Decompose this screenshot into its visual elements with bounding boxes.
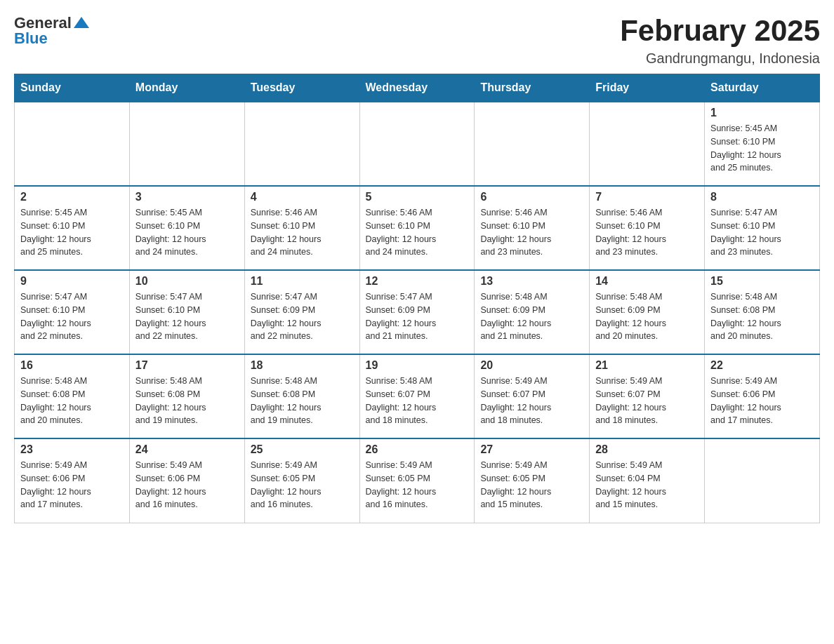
day-number: 21 (595, 359, 699, 372)
calendar-cell: 17Sunrise: 5:48 AMSunset: 6:08 PMDayligh… (129, 354, 244, 438)
day-number: 17 (135, 359, 239, 372)
day-number: 25 (251, 443, 354, 456)
day-info: Sunrise: 5:48 AMSunset: 6:08 PMDaylight:… (251, 375, 354, 427)
calendar-cell (590, 102, 705, 186)
day-header-saturday: Saturday (705, 74, 820, 102)
day-info: Sunrise: 5:48 AMSunset: 6:09 PMDaylight:… (595, 290, 699, 343)
calendar-cell: 27Sunrise: 5:49 AMSunset: 6:05 PMDayligh… (475, 438, 590, 523)
logo: General Blue (14, 14, 89, 48)
day-number: 23 (20, 443, 124, 456)
day-number: 16 (20, 359, 124, 372)
calendar-cell: 28Sunrise: 5:49 AMSunset: 6:04 PMDayligh… (590, 438, 705, 523)
day-header-wednesday: Wednesday (359, 74, 475, 102)
day-number: 5 (366, 191, 469, 203)
calendar-cell: 26Sunrise: 5:49 AMSunset: 6:05 PMDayligh… (359, 438, 475, 523)
calendar-cell: 12Sunrise: 5:47 AMSunset: 6:09 PMDayligh… (359, 270, 475, 354)
day-info: Sunrise: 5:49 AMSunset: 6:07 PMDaylight:… (480, 375, 583, 427)
day-info: Sunrise: 5:49 AMSunset: 6:05 PMDaylight:… (251, 459, 354, 511)
day-info: Sunrise: 5:49 AMSunset: 6:04 PMDaylight:… (595, 459, 699, 511)
day-number: 22 (710, 359, 814, 372)
day-info: Sunrise: 5:47 AMSunset: 6:09 PMDaylight:… (251, 290, 354, 343)
day-number: 6 (480, 191, 583, 203)
week-row-2: 2Sunrise: 5:45 AMSunset: 6:10 PMDaylight… (15, 186, 820, 270)
calendar-cell (359, 102, 475, 186)
calendar-cell (244, 102, 359, 186)
day-number: 8 (710, 191, 814, 203)
calendar-cell (15, 102, 130, 186)
location-subtitle: Gandrungmangu, Indonesia (620, 51, 820, 67)
day-info: Sunrise: 5:49 AMSunset: 6:06 PMDaylight:… (710, 375, 814, 427)
week-row-1: 1Sunrise: 5:45 AMSunset: 6:10 PMDaylight… (15, 102, 820, 186)
calendar-cell: 20Sunrise: 5:49 AMSunset: 6:07 PMDayligh… (475, 354, 590, 438)
day-header-friday: Friday (590, 74, 705, 102)
day-number: 27 (480, 443, 583, 456)
calendar-cell: 9Sunrise: 5:47 AMSunset: 6:10 PMDaylight… (15, 270, 130, 354)
calendar-cell: 4Sunrise: 5:46 AMSunset: 6:10 PMDaylight… (244, 186, 359, 270)
day-info: Sunrise: 5:48 AMSunset: 6:09 PMDaylight:… (480, 290, 583, 343)
logo-blue-text: Blue (14, 29, 89, 48)
day-info: Sunrise: 5:46 AMSunset: 6:10 PMDaylight:… (480, 206, 583, 259)
calendar-cell: 13Sunrise: 5:48 AMSunset: 6:09 PMDayligh… (475, 270, 590, 354)
calendar-cell (129, 102, 244, 186)
day-number: 9 (20, 275, 124, 288)
month-title: February 2025 (620, 14, 820, 48)
week-row-4: 16Sunrise: 5:48 AMSunset: 6:08 PMDayligh… (15, 354, 820, 438)
calendar-cell (705, 438, 820, 523)
calendar-cell: 14Sunrise: 5:48 AMSunset: 6:09 PMDayligh… (590, 270, 705, 354)
calendar-cell: 11Sunrise: 5:47 AMSunset: 6:09 PMDayligh… (244, 270, 359, 354)
day-info: Sunrise: 5:49 AMSunset: 6:05 PMDaylight:… (480, 459, 583, 511)
day-info: Sunrise: 5:48 AMSunset: 6:08 PMDaylight:… (710, 290, 814, 343)
day-number: 2 (20, 191, 124, 203)
calendar-cell: 25Sunrise: 5:49 AMSunset: 6:05 PMDayligh… (244, 438, 359, 523)
calendar-cell: 15Sunrise: 5:48 AMSunset: 6:08 PMDayligh… (705, 270, 820, 354)
calendar-cell: 1Sunrise: 5:45 AMSunset: 6:10 PMDaylight… (705, 102, 820, 186)
day-header-monday: Monday (129, 74, 244, 102)
day-number: 13 (480, 275, 583, 288)
day-number: 18 (251, 359, 354, 372)
day-info: Sunrise: 5:47 AMSunset: 6:10 PMDaylight:… (710, 206, 814, 259)
day-number: 26 (366, 443, 469, 456)
calendar-cell: 2Sunrise: 5:45 AMSunset: 6:10 PMDaylight… (15, 186, 130, 270)
calendar-cell: 24Sunrise: 5:49 AMSunset: 6:06 PMDayligh… (129, 438, 244, 523)
day-info: Sunrise: 5:49 AMSunset: 6:06 PMDaylight:… (20, 459, 124, 511)
day-info: Sunrise: 5:45 AMSunset: 6:10 PMDaylight:… (20, 206, 124, 259)
day-info: Sunrise: 5:46 AMSunset: 6:10 PMDaylight:… (595, 206, 699, 259)
day-info: Sunrise: 5:47 AMSunset: 6:09 PMDaylight:… (366, 290, 469, 343)
calendar-cell: 18Sunrise: 5:48 AMSunset: 6:08 PMDayligh… (244, 354, 359, 438)
day-info: Sunrise: 5:47 AMSunset: 6:10 PMDaylight:… (20, 290, 124, 343)
day-number: 3 (135, 191, 239, 203)
day-info: Sunrise: 5:48 AMSunset: 6:07 PMDaylight:… (366, 375, 469, 427)
day-info: Sunrise: 5:49 AMSunset: 6:05 PMDaylight:… (366, 459, 469, 511)
calendar-cell: 19Sunrise: 5:48 AMSunset: 6:07 PMDayligh… (359, 354, 475, 438)
day-number: 7 (595, 191, 699, 203)
title-section: February 2025 Gandrungmangu, Indonesia (620, 14, 820, 67)
day-number: 15 (710, 275, 814, 288)
day-info: Sunrise: 5:46 AMSunset: 6:10 PMDaylight:… (251, 206, 354, 259)
day-info: Sunrise: 5:48 AMSunset: 6:08 PMDaylight:… (20, 375, 124, 427)
day-info: Sunrise: 5:45 AMSunset: 6:10 PMDaylight:… (710, 122, 814, 175)
calendar-cell: 8Sunrise: 5:47 AMSunset: 6:10 PMDaylight… (705, 186, 820, 270)
day-number: 19 (366, 359, 469, 372)
day-info: Sunrise: 5:49 AMSunset: 6:07 PMDaylight:… (595, 375, 699, 427)
calendar-cell: 5Sunrise: 5:46 AMSunset: 6:10 PMDaylight… (359, 186, 475, 270)
day-header-sunday: Sunday (15, 74, 130, 102)
day-number: 4 (251, 191, 354, 203)
day-number: 12 (366, 275, 469, 288)
calendar-cell: 23Sunrise: 5:49 AMSunset: 6:06 PMDayligh… (15, 438, 130, 523)
calendar-table: SundayMondayTuesdayWednesdayThursdayFrid… (14, 74, 820, 523)
week-row-5: 23Sunrise: 5:49 AMSunset: 6:06 PMDayligh… (15, 438, 820, 523)
logo-triangle-icon (74, 15, 89, 29)
day-header-tuesday: Tuesday (244, 74, 359, 102)
day-info: Sunrise: 5:47 AMSunset: 6:10 PMDaylight:… (135, 290, 239, 343)
day-info: Sunrise: 5:45 AMSunset: 6:10 PMDaylight:… (135, 206, 239, 259)
day-info: Sunrise: 5:46 AMSunset: 6:10 PMDaylight:… (366, 206, 469, 259)
day-number: 24 (135, 443, 239, 456)
day-info: Sunrise: 5:48 AMSunset: 6:08 PMDaylight:… (135, 375, 239, 427)
calendar-cell: 6Sunrise: 5:46 AMSunset: 6:10 PMDaylight… (475, 186, 590, 270)
page-header: General Blue February 2025 Gandrungmangu… (14, 14, 820, 67)
day-header-thursday: Thursday (475, 74, 590, 102)
calendar-cell: 16Sunrise: 5:48 AMSunset: 6:08 PMDayligh… (15, 354, 130, 438)
day-number: 11 (251, 275, 354, 288)
day-number: 1 (710, 107, 814, 119)
day-info: Sunrise: 5:49 AMSunset: 6:06 PMDaylight:… (135, 459, 239, 511)
